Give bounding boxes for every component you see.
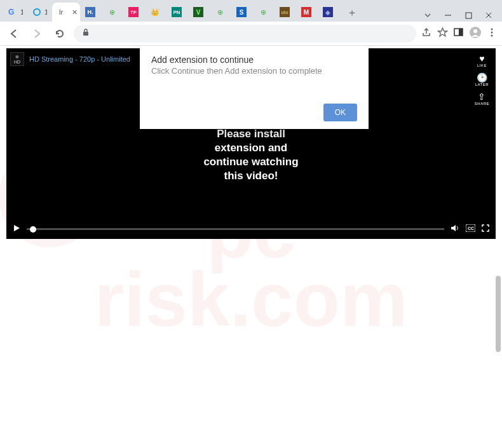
favicon-icon: 👑 bbox=[150, 7, 160, 17]
extension-dialog: Add extension to continue Click Continue… bbox=[140, 46, 369, 129]
browser-tab[interactable]: ⊕ bbox=[254, 3, 275, 22]
volume-icon[interactable] bbox=[451, 224, 459, 234]
browser-tab[interactable]: S bbox=[233, 3, 253, 22]
favicon-google: G bbox=[8, 7, 18, 17]
nav-reload-button[interactable] bbox=[51, 25, 69, 43]
favicon-icon: ⊕ bbox=[215, 7, 225, 17]
fullscreen-icon[interactable] bbox=[482, 224, 489, 234]
overlay-line: extension and bbox=[203, 141, 298, 155]
video-controls: CC bbox=[13, 224, 489, 234]
browser-tab[interactable]: ⊕ bbox=[211, 3, 231, 22]
side-icon-label: LIKE bbox=[477, 64, 487, 67]
dialog-ok-button[interactable]: OK bbox=[323, 104, 357, 121]
svg-rect-4 bbox=[83, 32, 88, 36]
nav-back-button[interactable] bbox=[5, 25, 23, 43]
video-overlay-message: Please install extension and continue wa… bbox=[203, 127, 298, 183]
video-side-actions: ♥LIKE 🕑LATER ⇪SHARE bbox=[475, 53, 489, 105]
favicon-icon: S bbox=[236, 7, 247, 17]
browser-tab[interactable]: 👑 bbox=[146, 3, 166, 22]
svg-point-11 bbox=[491, 34, 493, 36]
svg-point-10 bbox=[491, 31, 493, 33]
side-icon-label: SHARE bbox=[475, 102, 489, 105]
browser-tab[interactable]: G 1 bbox=[4, 3, 27, 22]
side-panel-icon[interactable] bbox=[453, 27, 464, 40]
favicon-icon: PN bbox=[172, 7, 182, 17]
favicon-icon: lr bbox=[56, 7, 66, 17]
browser-toolbar bbox=[0, 22, 502, 46]
favicon-icon bbox=[32, 7, 42, 17]
profile-avatar-icon[interactable] bbox=[469, 26, 482, 41]
play-icon[interactable] bbox=[13, 224, 20, 234]
overlay-line: continue watching bbox=[203, 155, 298, 169]
tab-title: 1 bbox=[20, 8, 23, 16]
watch-later-button[interactable]: 🕑LATER bbox=[475, 72, 489, 86]
dialog-subtitle: Click Continue then Add extension to com… bbox=[151, 66, 357, 76]
watermark-text: risk.com bbox=[94, 265, 408, 334]
svg-point-8 bbox=[473, 29, 477, 33]
side-icon-label: LATER bbox=[475, 83, 489, 86]
window-close-icon[interactable] bbox=[479, 9, 498, 22]
like-button[interactable]: ♥LIKE bbox=[475, 53, 489, 67]
favicon-icon: TF bbox=[128, 7, 139, 17]
hd-logo-icon: ✲HD bbox=[10, 52, 24, 66]
share-icon[interactable] bbox=[421, 27, 432, 40]
favicon-icon: H. bbox=[85, 7, 95, 17]
svg-text:G: G bbox=[8, 8, 14, 17]
address-bar[interactable] bbox=[74, 25, 416, 43]
tab-title: 1 bbox=[44, 8, 47, 16]
browser-tab[interactable]: V bbox=[189, 3, 210, 22]
browser-tab-active[interactable]: lr ✕ bbox=[52, 3, 80, 22]
svg-text:CC: CC bbox=[468, 226, 474, 231]
nav-forward-button[interactable] bbox=[28, 25, 46, 43]
favicon-icon: uto bbox=[280, 7, 290, 17]
page-content: pc risk.com ✲HD HD Streaming - 720p - Un… bbox=[0, 46, 502, 429]
progress-thumb[interactable] bbox=[30, 226, 36, 233]
window-dropdown-icon[interactable] bbox=[418, 9, 437, 22]
video-title: HD Streaming - 720p - Unlimited bbox=[29, 55, 130, 63]
cc-icon[interactable]: CC bbox=[466, 224, 475, 234]
browser-tab[interactable]: PN bbox=[168, 3, 188, 22]
tab-strip: G 1 1 lr ✕ H. ⊕ TF 👑 PN V ⊕ S ⊕ uto M ◆ … bbox=[0, 0, 502, 22]
browser-tab[interactable]: H. bbox=[81, 3, 102, 22]
favicon-icon: ⊕ bbox=[258, 7, 268, 17]
overlay-line: this video! bbox=[203, 169, 298, 183]
window-minimize-icon[interactable] bbox=[438, 9, 458, 22]
lock-icon[interactable] bbox=[81, 28, 90, 39]
tab-close-icon[interactable]: ✕ bbox=[70, 8, 79, 17]
favicon-icon: M bbox=[301, 7, 311, 17]
svg-point-1 bbox=[34, 9, 40, 15]
progress-bar[interactable] bbox=[27, 228, 444, 230]
window-maximize-icon[interactable] bbox=[459, 9, 478, 22]
new-tab-button[interactable]: ＋ bbox=[343, 4, 361, 22]
overlay-line: Please install bbox=[203, 127, 298, 141]
share-button[interactable]: ⇪SHARE bbox=[475, 92, 489, 105]
svg-point-9 bbox=[491, 28, 493, 30]
browser-tab[interactable]: 1 bbox=[28, 3, 51, 22]
svg-rect-6 bbox=[459, 29, 463, 36]
svg-rect-3 bbox=[466, 13, 471, 18]
favicon-icon: ⊕ bbox=[107, 7, 117, 17]
kebab-menu-icon[interactable] bbox=[487, 27, 497, 40]
browser-tab[interactable]: TF bbox=[125, 3, 145, 22]
scroll-thumb[interactable] bbox=[496, 276, 501, 352]
dialog-title: Add extension to continue bbox=[151, 55, 357, 65]
address-input[interactable] bbox=[95, 29, 409, 38]
browser-tab[interactable]: ⊕ bbox=[103, 3, 123, 22]
favicon-icon: ◆ bbox=[323, 7, 333, 17]
browser-tab[interactable]: uto bbox=[276, 3, 296, 22]
browser-tab[interactable]: ◆ bbox=[319, 3, 339, 22]
video-header: ✲HD HD Streaming - 720p - Unlimited bbox=[10, 52, 130, 66]
bookmark-star-icon[interactable] bbox=[437, 27, 448, 40]
browser-tab[interactable]: M bbox=[297, 3, 318, 22]
page-scrollbar[interactable] bbox=[496, 46, 501, 429]
favicon-icon: V bbox=[193, 7, 203, 17]
